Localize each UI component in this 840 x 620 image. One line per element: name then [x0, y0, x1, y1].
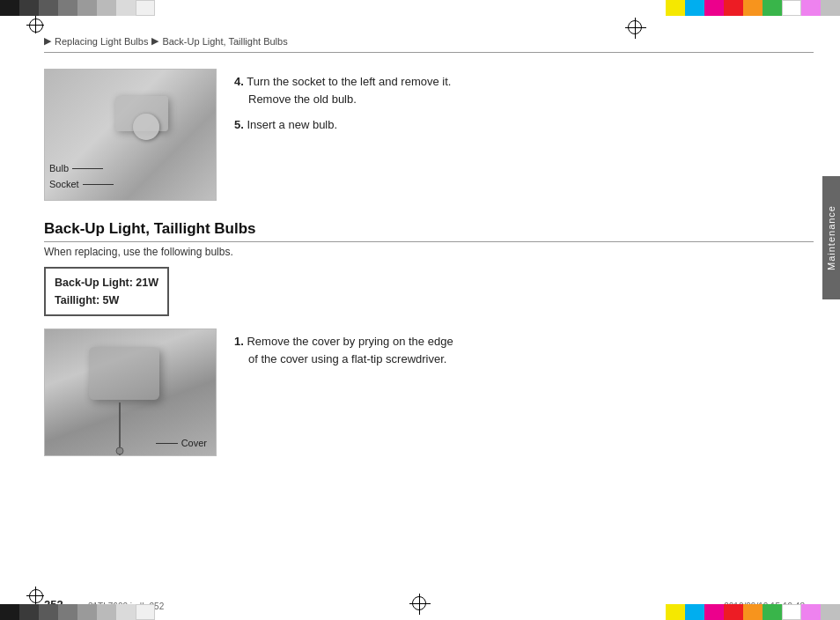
- info-line1: Back-Up Light: 21W: [55, 274, 158, 292]
- breadcrumb: ▶ Replacing Light Bulbs ▶ Back-Up Light,…: [44, 35, 814, 53]
- step-4-text: Turn the socket to the left and remove i…: [247, 75, 451, 88]
- bottom-left-swatches: [0, 604, 155, 620]
- color-bar-bottom: [0, 604, 840, 620]
- swatch: [116, 0, 136, 16]
- step-5: 5. Insert a new bulb.: [234, 116, 814, 134]
- swatch: [136, 604, 155, 620]
- swatch: [743, 0, 763, 16]
- bulb-label: Bulb: [49, 163, 69, 173]
- swatch: [19, 604, 39, 620]
- swatch: [58, 604, 77, 620]
- bulb-label-row: Bulb: [49, 163, 103, 173]
- swatch: [763, 604, 782, 620]
- color-bar-top: [0, 0, 840, 16]
- info-line2: Taillight: 5W: [55, 292, 158, 309]
- step-1-row: Cover 1. Remove the cover by prying on t…: [44, 328, 814, 456]
- swatch: [666, 604, 685, 620]
- swatch: [0, 0, 19, 16]
- swatch: [39, 0, 58, 16]
- swatch: [704, 0, 724, 16]
- step-4: 4. Turn the socket to the left and remov…: [234, 73, 814, 107]
- reg-circle: [29, 18, 43, 33]
- swatch: [136, 0, 155, 16]
- swatch: [821, 0, 840, 16]
- socket-label: Socket: [49, 179, 79, 189]
- step-5-number: 5.: [234, 118, 244, 131]
- step-1-text: Remove the cover by prying on the edge: [247, 335, 453, 348]
- swatch: [0, 604, 19, 620]
- car-img-2: [45, 329, 216, 455]
- socket-label-row: Socket: [49, 179, 114, 189]
- breadcrumb-item1: Replacing Light Bulbs: [55, 36, 148, 47]
- info-box: Back-Up Light: 21W Taillight: 5W: [44, 267, 169, 316]
- swatch: [39, 604, 58, 620]
- socket-line: [83, 184, 114, 185]
- step-1: 1. Remove the cover by prying on the edg…: [234, 333, 814, 367]
- bulb-socket-image: Bulb Socket: [44, 69, 217, 201]
- swatch: [77, 0, 97, 16]
- step-5-text: Insert a new bulb.: [247, 118, 337, 131]
- bulb-line: [72, 168, 103, 169]
- swatch: [97, 0, 116, 16]
- swatch: [801, 0, 821, 16]
- swatch: [801, 604, 821, 620]
- corner-mark-tl: [26, 16, 44, 33]
- swatch: [58, 0, 77, 16]
- section-subtitle: When replacing, use the following bulbs.: [44, 246, 814, 258]
- steps-4-5-text: 4. Turn the socket to the left and remov…: [234, 69, 814, 201]
- step-4-subtext: Remove the old bulb.: [248, 92, 357, 106]
- breadcrumb-item2: Back-Up Light, Taillight Bulbs: [162, 36, 287, 47]
- step-1-text-area: 1. Remove the cover by prying on the edg…: [234, 328, 814, 456]
- section-title: Back-Up Light, Taillight Bulbs: [44, 220, 814, 242]
- step-4-number: 4.: [234, 75, 244, 88]
- swatch: [782, 604, 801, 620]
- swatch: [704, 604, 724, 620]
- breadcrumb-arrow2: ▶: [151, 35, 158, 47]
- reg-circle-bl: [29, 589, 43, 603]
- steps-4-5-row: Bulb Socket 4. Turn the socket to the le…: [44, 69, 814, 201]
- swatch: [685, 0, 704, 16]
- step-1-text2: of the cover using a flat-tip screwdrive…: [248, 352, 446, 365]
- swatch: [821, 604, 840, 620]
- cover-label: Cover: [181, 438, 207, 448]
- sidebar: Maintenance: [822, 176, 840, 299]
- top-right-swatches: [666, 0, 840, 16]
- swatch: [116, 604, 136, 620]
- swatch: [782, 0, 801, 16]
- cover-line: [156, 443, 178, 444]
- swatch: [77, 604, 97, 620]
- swatch: [97, 604, 116, 620]
- svg-point-1: [116, 447, 123, 454]
- swatch: [743, 604, 763, 620]
- corner-mark-bl: [26, 587, 44, 604]
- cover-image: Cover: [44, 328, 217, 456]
- swatch: [724, 0, 743, 16]
- swatch: [685, 604, 704, 620]
- cover-label-row: Cover: [45, 438, 216, 448]
- swatch: [666, 0, 685, 16]
- bottom-right-swatches: [666, 604, 840, 620]
- step-1-number: 1.: [234, 335, 244, 348]
- top-left-swatches: [0, 0, 155, 16]
- reg-circle: [628, 20, 642, 34]
- swatch: [19, 0, 39, 16]
- swatch: [763, 0, 782, 16]
- sidebar-label: Maintenance: [826, 205, 836, 270]
- breadcrumb-arrow1: ▶: [44, 35, 51, 47]
- page-content: ▶ Replacing Light Bulbs ▶ Back-Up Light,…: [44, 35, 814, 585]
- swatch: [724, 604, 743, 620]
